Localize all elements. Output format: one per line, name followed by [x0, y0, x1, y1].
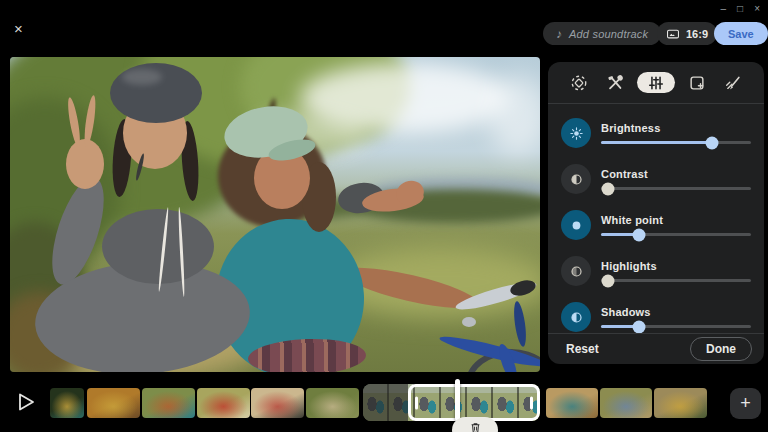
filmstrip-thumb-clip-group-sitting[interactable]: [654, 388, 707, 418]
crop-rotate-icon: [570, 74, 588, 92]
highlights-slider[interactable]: [601, 279, 751, 282]
brightness-icon: [561, 118, 591, 148]
trim-selection-frame: [408, 384, 540, 421]
delete-clip-button[interactable]: [452, 417, 498, 432]
minimize-icon[interactable]: –: [721, 3, 727, 15]
brightness-row: Brightness: [561, 117, 751, 149]
adjust-sliders-list: Brightness Contrast: [548, 104, 764, 333]
slider-label: Brightness: [601, 122, 751, 134]
filmstrip-thumb-clip-flower-field[interactable]: [197, 388, 250, 418]
slider-label: White point: [601, 214, 751, 226]
brightness-slider[interactable]: [601, 141, 751, 144]
filmstrip-thumb-clip-hands-on-face[interactable]: [87, 388, 140, 418]
filmstrip-thumb-clip-bike-path[interactable]: [546, 388, 598, 418]
contrast-row: Contrast: [561, 163, 751, 195]
contrast-icon: [561, 164, 591, 194]
add-soundtrack-button[interactable]: ♪ Add soundtrack: [543, 22, 661, 45]
trimmed-out-region: [363, 384, 408, 421]
music-note-icon: ♪: [556, 27, 562, 41]
white-point-icon: [561, 210, 591, 240]
trim-handle-left[interactable]: [415, 396, 418, 409]
save-button[interactable]: Save: [714, 22, 768, 45]
slider-label: Shadows: [601, 306, 751, 318]
window-controls: – □ ×: [721, 3, 760, 15]
trash-icon: [469, 421, 482, 432]
editor-tabs: [548, 62, 764, 103]
slider-label: Highlights: [601, 260, 751, 272]
white-point-slider-thumb[interactable]: [632, 228, 645, 241]
contrast-slider-thumb[interactable]: [601, 182, 614, 195]
close-editor-button[interactable]: ×: [14, 21, 23, 36]
filters-icon: [688, 74, 706, 92]
add-clip-button[interactable]: +: [730, 388, 761, 419]
add-soundtrack-label: Add soundtrack: [569, 28, 648, 40]
selected-clip[interactable]: [363, 384, 540, 421]
window-close-icon[interactable]: ×: [754, 3, 760, 15]
filmstrip-thumb-clip-red-sweater-pair[interactable]: [251, 388, 304, 418]
aspect-ratio-icon: [666, 27, 680, 41]
filmstrip-thumb-clip-group-bikes[interactable]: [142, 388, 195, 418]
reset-button[interactable]: Reset: [566, 342, 599, 356]
tab-adjust[interactable]: [637, 72, 675, 93]
tab-tools[interactable]: [601, 72, 629, 93]
video-preview-canvas: [10, 57, 540, 372]
shadows-slider[interactable]: [601, 325, 751, 328]
filmstrip-thumb-clip-picnic[interactable]: [306, 388, 359, 418]
shadows-slider-thumb[interactable]: [632, 320, 645, 333]
contrast-slider[interactable]: [601, 187, 751, 190]
markup-pen-icon: [724, 74, 742, 92]
filmstrip-thumb-clip-couple-garden[interactable]: [50, 388, 84, 418]
trim-handle-right[interactable]: [530, 396, 533, 409]
aspect-ratio-value: 16:9: [686, 28, 708, 40]
play-button[interactable]: [16, 392, 36, 412]
adjust-sliders-icon: [647, 74, 665, 92]
highlights-row: Highlights: [561, 255, 751, 287]
tab-crop-rotate[interactable]: [565, 72, 593, 93]
filmstrip-thumb-clip-denim-grass[interactable]: [600, 388, 652, 418]
tools-icon: [606, 74, 624, 92]
highlights-icon: [561, 256, 591, 286]
shadows-icon: [561, 302, 591, 332]
tab-filters[interactable]: [683, 72, 711, 93]
maximize-icon[interactable]: □: [737, 3, 743, 15]
slider-label: Contrast: [601, 168, 751, 180]
panel-footer: Reset Done: [548, 333, 764, 364]
white-point-slider[interactable]: [601, 233, 751, 236]
white-point-row: White point: [561, 209, 751, 241]
shadows-row: Shadows: [561, 301, 751, 333]
playhead[interactable]: [455, 379, 460, 421]
highlights-slider-thumb[interactable]: [601, 274, 614, 287]
brightness-slider-thumb[interactable]: [706, 136, 719, 149]
save-label: Save: [728, 28, 754, 40]
aspect-ratio-button[interactable]: 16:9: [657, 22, 717, 45]
done-button[interactable]: Done: [690, 337, 752, 361]
tab-markup[interactable]: [719, 72, 747, 93]
edit-panel: Brightness Contrast: [548, 62, 764, 364]
